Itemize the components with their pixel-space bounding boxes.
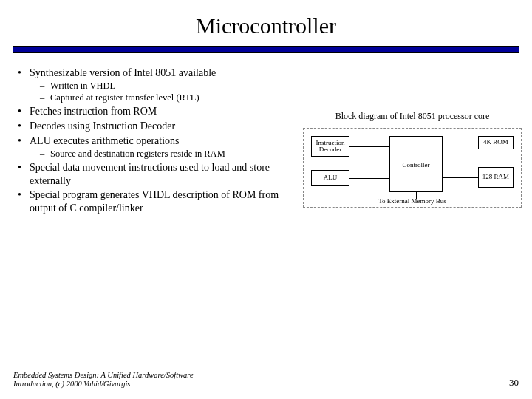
page-number: 30 bbox=[509, 377, 519, 389]
connector-line bbox=[349, 146, 389, 147]
box-rom: 4K ROM bbox=[478, 136, 514, 149]
bullet-item: Decodes using Instruction Decoder bbox=[10, 120, 299, 133]
diagram-column: Block diagram of Intel 8051 processor co… bbox=[299, 66, 522, 216]
block-diagram: Instruction Decoder Controller 4K ROM AL… bbox=[303, 128, 522, 208]
slide-title: Microcontroller bbox=[0, 0, 532, 46]
sub-bullet-item: Captured at register transfer level (RTL… bbox=[30, 92, 299, 103]
bus-label: To External Memory Bus bbox=[304, 197, 521, 205]
sub-bullet-item: Written in VHDL bbox=[30, 80, 299, 92]
diagram-title: Block diagram of Intel 8051 processor co… bbox=[303, 111, 522, 122]
connector-line bbox=[443, 143, 478, 143]
title-underline bbox=[13, 46, 519, 53]
bullet-item: Special program generates VHDL descripti… bbox=[10, 188, 299, 215]
bullet-text: Synthesizable version of Intel 8051 avai… bbox=[30, 67, 216, 78]
box-instruction-decoder: Instruction Decoder bbox=[311, 136, 349, 157]
bullet-item: ALU executes arithmetic operations Sourc… bbox=[10, 134, 299, 160]
bullet-column: Synthesizable version of Intel 8051 avai… bbox=[10, 66, 299, 216]
connector-line bbox=[349, 178, 389, 179]
bullet-text: Special program generates VHDL descripti… bbox=[30, 189, 279, 214]
footer: Embedded Systems Design: A Unified Hardw… bbox=[13, 371, 519, 389]
bullet-text: Decodes using Instruction Decoder bbox=[30, 120, 175, 132]
sub-bullet-item: Source and destination registers reside … bbox=[30, 148, 299, 160]
sub-bullet-text: Written in VHDL bbox=[50, 81, 115, 91]
bullet-item: Special data movement instructions used … bbox=[10, 161, 299, 188]
content-area: Synthesizable version of Intel 8051 avai… bbox=[0, 53, 532, 216]
bullet-text: ALU executes arithmetic operations bbox=[30, 135, 180, 146]
box-controller: Controller bbox=[389, 136, 443, 192]
bullet-text: Fetches instruction from ROM bbox=[30, 106, 157, 117]
bullet-item: Synthesizable version of Intel 8051 avai… bbox=[10, 66, 299, 103]
connector-line bbox=[443, 177, 478, 178]
bullet-item: Fetches instruction from ROM bbox=[10, 105, 299, 118]
bullet-text: Special data movement instructions used … bbox=[30, 162, 270, 186]
sub-bullet-text: Source and destination registers reside … bbox=[50, 149, 225, 159]
footer-credit: Embedded Systems Design: A Unified Hardw… bbox=[13, 371, 205, 389]
box-alu: ALU bbox=[311, 170, 349, 186]
sub-bullet-text: Captured at register transfer level (RTL… bbox=[50, 92, 200, 103]
box-ram: 128 RAM bbox=[478, 167, 514, 188]
